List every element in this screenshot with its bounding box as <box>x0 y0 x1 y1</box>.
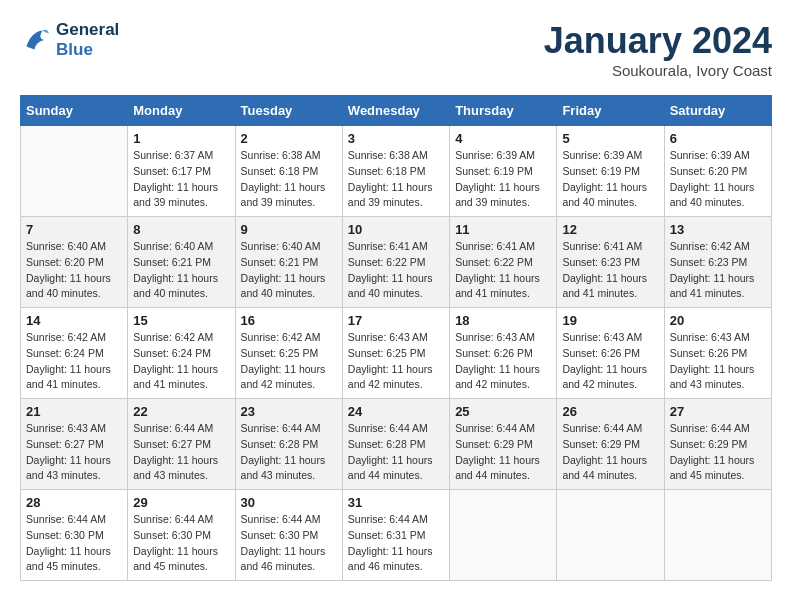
calendar-cell <box>664 490 771 581</box>
logo-text: General Blue <box>56 20 119 61</box>
day-detail: Sunrise: 6:43 AMSunset: 6:25 PMDaylight:… <box>348 330 444 393</box>
day-number: 8 <box>133 222 229 237</box>
day-detail: Sunrise: 6:44 AMSunset: 6:27 PMDaylight:… <box>133 421 229 484</box>
day-detail: Sunrise: 6:37 AMSunset: 6:17 PMDaylight:… <box>133 148 229 211</box>
calendar-cell: 5Sunrise: 6:39 AMSunset: 6:19 PMDaylight… <box>557 126 664 217</box>
day-detail: Sunrise: 6:40 AMSunset: 6:21 PMDaylight:… <box>133 239 229 302</box>
day-detail: Sunrise: 6:41 AMSunset: 6:23 PMDaylight:… <box>562 239 658 302</box>
day-detail: Sunrise: 6:40 AMSunset: 6:21 PMDaylight:… <box>241 239 337 302</box>
day-detail: Sunrise: 6:43 AMSunset: 6:26 PMDaylight:… <box>562 330 658 393</box>
day-number: 6 <box>670 131 766 146</box>
calendar-cell: 25Sunrise: 6:44 AMSunset: 6:29 PMDayligh… <box>450 399 557 490</box>
page-header: General Blue January 2024 Soukourala, Iv… <box>20 20 772 79</box>
day-number: 2 <box>241 131 337 146</box>
day-number: 28 <box>26 495 122 510</box>
day-detail: Sunrise: 6:40 AMSunset: 6:20 PMDaylight:… <box>26 239 122 302</box>
weekday-header-friday: Friday <box>557 96 664 126</box>
calendar-cell: 3Sunrise: 6:38 AMSunset: 6:18 PMDaylight… <box>342 126 449 217</box>
day-detail: Sunrise: 6:44 AMSunset: 6:30 PMDaylight:… <box>133 512 229 575</box>
calendar-week-row: 7Sunrise: 6:40 AMSunset: 6:20 PMDaylight… <box>21 217 772 308</box>
day-detail: Sunrise: 6:39 AMSunset: 6:19 PMDaylight:… <box>455 148 551 211</box>
calendar-cell: 4Sunrise: 6:39 AMSunset: 6:19 PMDaylight… <box>450 126 557 217</box>
calendar-cell: 22Sunrise: 6:44 AMSunset: 6:27 PMDayligh… <box>128 399 235 490</box>
day-detail: Sunrise: 6:38 AMSunset: 6:18 PMDaylight:… <box>241 148 337 211</box>
day-detail: Sunrise: 6:43 AMSunset: 6:26 PMDaylight:… <box>670 330 766 393</box>
day-number: 27 <box>670 404 766 419</box>
calendar-cell: 30Sunrise: 6:44 AMSunset: 6:30 PMDayligh… <box>235 490 342 581</box>
calendar-cell: 1Sunrise: 6:37 AMSunset: 6:17 PMDaylight… <box>128 126 235 217</box>
calendar-cell: 7Sunrise: 6:40 AMSunset: 6:20 PMDaylight… <box>21 217 128 308</box>
day-detail: Sunrise: 6:42 AMSunset: 6:24 PMDaylight:… <box>133 330 229 393</box>
day-detail: Sunrise: 6:44 AMSunset: 6:29 PMDaylight:… <box>562 421 658 484</box>
calendar-cell: 26Sunrise: 6:44 AMSunset: 6:29 PMDayligh… <box>557 399 664 490</box>
calendar-cell: 17Sunrise: 6:43 AMSunset: 6:25 PMDayligh… <box>342 308 449 399</box>
calendar-table: SundayMondayTuesdayWednesdayThursdayFrid… <box>20 95 772 581</box>
day-number: 29 <box>133 495 229 510</box>
calendar-cell: 23Sunrise: 6:44 AMSunset: 6:28 PMDayligh… <box>235 399 342 490</box>
weekday-header-tuesday: Tuesday <box>235 96 342 126</box>
calendar-cell: 12Sunrise: 6:41 AMSunset: 6:23 PMDayligh… <box>557 217 664 308</box>
calendar-cell: 15Sunrise: 6:42 AMSunset: 6:24 PMDayligh… <box>128 308 235 399</box>
calendar-cell: 2Sunrise: 6:38 AMSunset: 6:18 PMDaylight… <box>235 126 342 217</box>
calendar-cell: 18Sunrise: 6:43 AMSunset: 6:26 PMDayligh… <box>450 308 557 399</box>
day-detail: Sunrise: 6:42 AMSunset: 6:24 PMDaylight:… <box>26 330 122 393</box>
day-number: 23 <box>241 404 337 419</box>
day-detail: Sunrise: 6:41 AMSunset: 6:22 PMDaylight:… <box>455 239 551 302</box>
calendar-cell: 9Sunrise: 6:40 AMSunset: 6:21 PMDaylight… <box>235 217 342 308</box>
calendar-cell: 29Sunrise: 6:44 AMSunset: 6:30 PMDayligh… <box>128 490 235 581</box>
day-number: 31 <box>348 495 444 510</box>
day-number: 20 <box>670 313 766 328</box>
logo: General Blue <box>20 20 119 61</box>
day-detail: Sunrise: 6:44 AMSunset: 6:30 PMDaylight:… <box>241 512 337 575</box>
calendar-cell: 13Sunrise: 6:42 AMSunset: 6:23 PMDayligh… <box>664 217 771 308</box>
calendar-week-row: 14Sunrise: 6:42 AMSunset: 6:24 PMDayligh… <box>21 308 772 399</box>
day-detail: Sunrise: 6:39 AMSunset: 6:19 PMDaylight:… <box>562 148 658 211</box>
day-detail: Sunrise: 6:44 AMSunset: 6:29 PMDaylight:… <box>670 421 766 484</box>
day-number: 24 <box>348 404 444 419</box>
location-subtitle: Soukourala, Ivory Coast <box>544 62 772 79</box>
day-detail: Sunrise: 6:42 AMSunset: 6:23 PMDaylight:… <box>670 239 766 302</box>
calendar-body: 1Sunrise: 6:37 AMSunset: 6:17 PMDaylight… <box>21 126 772 581</box>
day-number: 22 <box>133 404 229 419</box>
weekday-header-wednesday: Wednesday <box>342 96 449 126</box>
logo-line1: General <box>56 20 119 39</box>
day-number: 30 <box>241 495 337 510</box>
day-detail: Sunrise: 6:44 AMSunset: 6:29 PMDaylight:… <box>455 421 551 484</box>
day-detail: Sunrise: 6:39 AMSunset: 6:20 PMDaylight:… <box>670 148 766 211</box>
calendar-cell <box>21 126 128 217</box>
calendar-cell <box>450 490 557 581</box>
day-detail: Sunrise: 6:42 AMSunset: 6:25 PMDaylight:… <box>241 330 337 393</box>
calendar-cell: 16Sunrise: 6:42 AMSunset: 6:25 PMDayligh… <box>235 308 342 399</box>
calendar-cell: 19Sunrise: 6:43 AMSunset: 6:26 PMDayligh… <box>557 308 664 399</box>
calendar-cell: 21Sunrise: 6:43 AMSunset: 6:27 PMDayligh… <box>21 399 128 490</box>
day-number: 11 <box>455 222 551 237</box>
day-number: 17 <box>348 313 444 328</box>
calendar-cell: 11Sunrise: 6:41 AMSunset: 6:22 PMDayligh… <box>450 217 557 308</box>
calendar-cell: 24Sunrise: 6:44 AMSunset: 6:28 PMDayligh… <box>342 399 449 490</box>
day-detail: Sunrise: 6:44 AMSunset: 6:28 PMDaylight:… <box>241 421 337 484</box>
calendar-cell: 31Sunrise: 6:44 AMSunset: 6:31 PMDayligh… <box>342 490 449 581</box>
calendar-cell: 10Sunrise: 6:41 AMSunset: 6:22 PMDayligh… <box>342 217 449 308</box>
weekday-header-monday: Monday <box>128 96 235 126</box>
calendar-week-row: 1Sunrise: 6:37 AMSunset: 6:17 PMDaylight… <box>21 126 772 217</box>
day-number: 13 <box>670 222 766 237</box>
day-number: 7 <box>26 222 122 237</box>
day-number: 26 <box>562 404 658 419</box>
calendar-cell: 27Sunrise: 6:44 AMSunset: 6:29 PMDayligh… <box>664 399 771 490</box>
logo-icon <box>20 24 52 56</box>
calendar-cell <box>557 490 664 581</box>
calendar-cell: 14Sunrise: 6:42 AMSunset: 6:24 PMDayligh… <box>21 308 128 399</box>
day-number: 14 <box>26 313 122 328</box>
month-title: January 2024 <box>544 20 772 62</box>
day-detail: Sunrise: 6:44 AMSunset: 6:30 PMDaylight:… <box>26 512 122 575</box>
day-number: 25 <box>455 404 551 419</box>
calendar-week-row: 28Sunrise: 6:44 AMSunset: 6:30 PMDayligh… <box>21 490 772 581</box>
calendar-cell: 28Sunrise: 6:44 AMSunset: 6:30 PMDayligh… <box>21 490 128 581</box>
day-number: 18 <box>455 313 551 328</box>
day-number: 3 <box>348 131 444 146</box>
day-detail: Sunrise: 6:43 AMSunset: 6:26 PMDaylight:… <box>455 330 551 393</box>
calendar-header: SundayMondayTuesdayWednesdayThursdayFrid… <box>21 96 772 126</box>
day-number: 5 <box>562 131 658 146</box>
day-detail: Sunrise: 6:44 AMSunset: 6:31 PMDaylight:… <box>348 512 444 575</box>
title-block: January 2024 Soukourala, Ivory Coast <box>544 20 772 79</box>
